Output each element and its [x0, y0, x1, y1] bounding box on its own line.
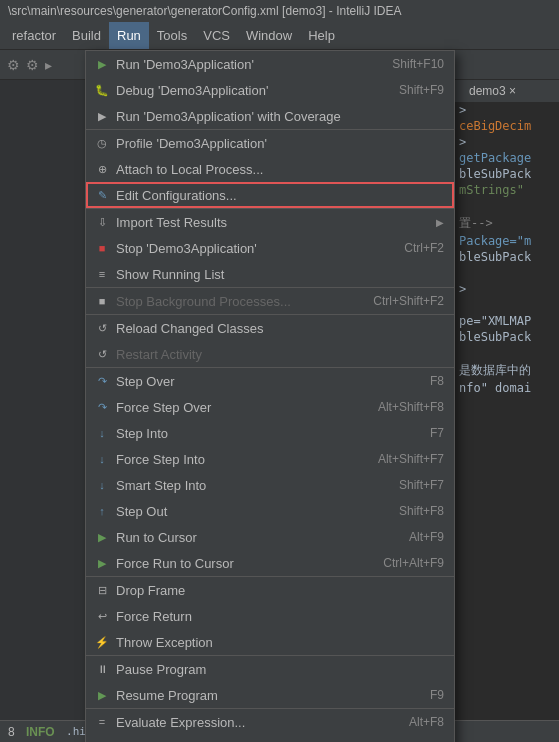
menu-item-run[interactable]: Run	[109, 22, 149, 49]
menu-bar: refactor Build Run Tools VCS Window Help	[0, 22, 559, 50]
stop-app-shortcut: Ctrl+F2	[404, 241, 444, 255]
step-out-label: Step Out	[116, 504, 379, 519]
code-line-7	[455, 198, 559, 214]
pause-program-icon: ⏸	[92, 659, 112, 679]
edit-configs-label: Edit Configurations...	[116, 188, 444, 203]
import-tests-arrow: ▶	[436, 217, 444, 228]
menu-item-reload-classes[interactable]: ↺Reload Changed Classes	[86, 314, 454, 341]
code-line-17: 是数据库中的	[455, 361, 559, 380]
throw-exception-label: Throw Exception	[116, 635, 444, 650]
title-bar: \src\main\resources\generator\generatorC…	[0, 0, 559, 22]
menu-item-step-out[interactable]: ↑Step OutShift+F8	[86, 498, 454, 524]
run-cursor-shortcut: Alt+F9	[409, 530, 444, 544]
menu-item-edit-configs[interactable]: ✎Edit Configurations...	[86, 182, 454, 208]
code-line-10: bleSubPack	[455, 249, 559, 265]
menu-item-help[interactable]: Help	[300, 22, 343, 49]
menu-item-import-tests[interactable]: ⇩Import Test Results▶	[86, 208, 454, 235]
menu-item-force-return[interactable]: ↩Force Return	[86, 603, 454, 629]
reload-classes-icon: ↺	[92, 318, 112, 338]
run-app-shortcut: Shift+F10	[392, 57, 444, 71]
stop-app-label: Stop 'Demo3Application'	[116, 241, 384, 256]
menu-item-drop-frame[interactable]: ⊟Drop Frame	[86, 576, 454, 603]
menu-item-stop-app[interactable]: ■Stop 'Demo3Application'Ctrl+F2	[86, 235, 454, 261]
menu-item-debug-app[interactable]: 🐛Debug 'Demo3Application'Shift+F9	[86, 77, 454, 103]
menu-item-run-cursor[interactable]: ▶Run to CursorAlt+F9	[86, 524, 454, 550]
menu-item-profile-app[interactable]: ◷Profile 'Demo3Application'	[86, 129, 454, 156]
evaluate-expr-icon: =	[92, 712, 112, 732]
profile-app-label: Profile 'Demo3Application'	[116, 136, 444, 151]
force-run-cursor-shortcut: Ctrl+Alt+F9	[383, 556, 444, 570]
menu-item-force-step-into[interactable]: ↓Force Step IntoAlt+Shift+F7	[86, 446, 454, 472]
run-cursor-icon: ▶	[92, 527, 112, 547]
step-over-label: Step Over	[116, 374, 410, 389]
code-line-3: >	[455, 134, 559, 150]
drop-frame-label: Drop Frame	[116, 583, 444, 598]
left-gutter	[0, 80, 85, 720]
menu-item-evaluate-expr[interactable]: =Evaluate Expression...Alt+F8	[86, 708, 454, 735]
step-into-shortcut: F7	[430, 426, 444, 440]
step-over-icon: ↷	[92, 371, 112, 391]
code-area: demo3 × > ceBigDecim > getPackage bleSub…	[455, 80, 559, 742]
step-into-icon: ↓	[92, 423, 112, 443]
menu-item-pause-program[interactable]: ⏸Pause Program	[86, 655, 454, 682]
profile-app-icon: ◷	[92, 133, 112, 153]
code-line-14: pe="XMLMAP	[455, 313, 559, 329]
evaluate-expr-shortcut: Alt+F8	[409, 715, 444, 729]
step-over-shortcut: F8	[430, 374, 444, 388]
menu-item-run-app[interactable]: ▶Run 'Demo3Application'Shift+F10	[86, 51, 454, 77]
force-step-over-icon: ↷	[92, 397, 112, 417]
menu-item-tools[interactable]: Tools	[149, 22, 195, 49]
menu-item-refactor[interactable]: refactor	[4, 22, 64, 49]
menu-item-restart-activity: ↺Restart Activity	[86, 341, 454, 367]
drop-frame-icon: ⊟	[92, 580, 112, 600]
menu-item-quick-eval[interactable]: =Quick Evaluate ExpressionCtrl+Alt+F8	[86, 735, 454, 742]
menu-item-stop-bg: ■Stop Background Processes...Ctrl+Shift+…	[86, 287, 454, 314]
show-running-icon: ≡	[92, 264, 112, 284]
menu-item-step-over[interactable]: ↷Step OverF8	[86, 367, 454, 394]
code-line-11	[455, 265, 559, 281]
force-step-over-shortcut: Alt+Shift+F8	[378, 400, 444, 414]
code-line-6: mStrings"	[455, 182, 559, 198]
code-line-8: 置-->	[455, 214, 559, 233]
toolbar-icon-3: ▸	[45, 57, 52, 73]
force-step-into-shortcut: Alt+Shift+F7	[378, 452, 444, 466]
force-run-cursor-icon: ▶	[92, 553, 112, 573]
menu-item-smart-step-into[interactable]: ↓Smart Step IntoShift+F7	[86, 472, 454, 498]
smart-step-into-label: Smart Step Into	[116, 478, 379, 493]
quick-eval-icon: =	[92, 738, 112, 742]
debug-app-label: Debug 'Demo3Application'	[116, 83, 379, 98]
force-step-into-label: Force Step Into	[116, 452, 358, 467]
throw-exception-icon: ⚡	[92, 632, 112, 652]
code-line-15: bleSubPack	[455, 329, 559, 345]
menu-item-step-into[interactable]: ↓Step IntoF7	[86, 420, 454, 446]
code-line-12: >	[455, 281, 559, 297]
evaluate-expr-label: Evaluate Expression...	[116, 715, 389, 730]
menu-item-build[interactable]: Build	[64, 22, 109, 49]
step-out-shortcut: Shift+F8	[399, 504, 444, 518]
code-line-1: >	[455, 102, 559, 118]
resume-program-icon: ▶	[92, 685, 112, 705]
menu-item-force-step-over[interactable]: ↷Force Step OverAlt+Shift+F8	[86, 394, 454, 420]
restart-activity-label: Restart Activity	[116, 347, 444, 362]
menu-item-run-coverage[interactable]: ▶Run 'Demo3Application' with Coverage	[86, 103, 454, 129]
menu-item-window[interactable]: Window	[238, 22, 300, 49]
menu-item-force-run-cursor[interactable]: ▶Force Run to CursorCtrl+Alt+F9	[86, 550, 454, 576]
menu-item-throw-exception[interactable]: ⚡Throw Exception	[86, 629, 454, 655]
debug-app-shortcut: Shift+F9	[399, 83, 444, 97]
tab-demo3[interactable]: demo3 ×	[461, 82, 524, 100]
menu-item-attach-process[interactable]: ⊕Attach to Local Process...	[86, 156, 454, 182]
code-line-16	[455, 345, 559, 361]
reload-classes-label: Reload Changed Classes	[116, 321, 444, 336]
code-line-13	[455, 297, 559, 313]
smart-step-into-shortcut: Shift+F7	[399, 478, 444, 492]
run-menu-dropdown: ▶Run 'Demo3Application'Shift+F10🐛Debug '…	[85, 50, 455, 742]
step-into-label: Step Into	[116, 426, 410, 441]
code-line-4: getPackage	[455, 150, 559, 166]
force-return-icon: ↩	[92, 606, 112, 626]
stop-app-icon: ■	[92, 238, 112, 258]
menu-item-resume-program[interactable]: ▶Resume ProgramF9	[86, 682, 454, 708]
menu-item-vcs[interactable]: VCS	[195, 22, 238, 49]
force-return-label: Force Return	[116, 609, 444, 624]
smart-step-into-icon: ↓	[92, 475, 112, 495]
menu-item-show-running[interactable]: ≡Show Running List	[86, 261, 454, 287]
